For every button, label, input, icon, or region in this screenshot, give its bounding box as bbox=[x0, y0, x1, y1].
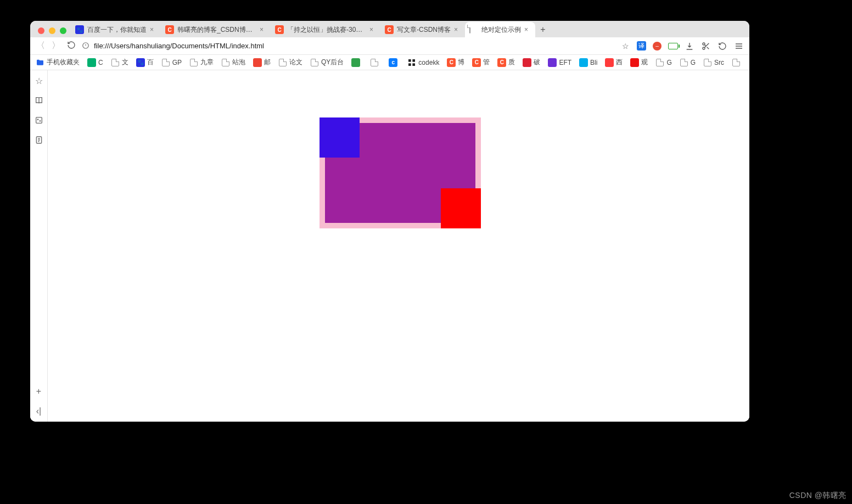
bookmark-item[interactable]: 西 bbox=[605, 58, 623, 67]
folder-icon bbox=[36, 58, 44, 67]
reading-list-icon[interactable] bbox=[34, 96, 44, 105]
favorites-icon[interactable]: ☆ bbox=[34, 76, 44, 86]
scissors-icon[interactable] bbox=[701, 41, 711, 51]
site-icon bbox=[548, 58, 557, 67]
bookmark-item[interactable]: 论文 bbox=[278, 58, 302, 67]
undo-icon[interactable] bbox=[718, 41, 727, 51]
bookmark-label: 西 bbox=[616, 58, 623, 67]
site-info-icon[interactable] bbox=[82, 42, 91, 51]
demo-red-box bbox=[441, 188, 481, 228]
close-tab-icon[interactable]: × bbox=[524, 26, 531, 33]
browser-tab[interactable]: C写文章-CSDN博客× bbox=[380, 22, 465, 37]
bookmark-item[interactable]: 九章 bbox=[189, 58, 214, 67]
bookmark-label: 九章 bbox=[200, 58, 214, 67]
battery-icon bbox=[668, 41, 678, 51]
bookmark-label: Bli bbox=[590, 59, 597, 66]
bookmark-item[interactable]: C质 bbox=[497, 58, 515, 67]
bookmark-item[interactable]: Bli bbox=[579, 58, 597, 67]
bookmark-item[interactable]: codekk bbox=[407, 58, 439, 67]
add-panel-icon[interactable]: + bbox=[34, 387, 44, 396]
site-icon bbox=[523, 58, 531, 67]
svg-rect-5 bbox=[408, 63, 411, 66]
csdn-icon: C bbox=[165, 25, 174, 34]
bookmark-label: 管 bbox=[483, 58, 490, 67]
close-window-button[interactable] bbox=[38, 27, 44, 34]
collapse-panel-icon[interactable]: ‹| bbox=[34, 406, 44, 416]
reload-button[interactable] bbox=[66, 41, 76, 52]
bookmark-item[interactable]: 破 bbox=[523, 58, 540, 67]
back-button[interactable]: 〈 bbox=[36, 40, 46, 52]
bookmark-item[interactable]: C管 bbox=[472, 58, 490, 67]
baidu-icon: 🐾 bbox=[75, 25, 84, 34]
bookmark-item[interactable]: 文 bbox=[111, 58, 128, 67]
bookmark-label: Src bbox=[714, 59, 724, 66]
browser-tab[interactable]: C「持之以恒」挑战赛-30天技× bbox=[271, 22, 380, 37]
bookmark-item[interactable]: 邮 bbox=[253, 58, 271, 67]
tab-title: 绝对定位示例 bbox=[481, 25, 521, 35]
history-icon[interactable] bbox=[34, 115, 44, 125]
site-icon bbox=[630, 58, 639, 67]
notes-icon[interactable] bbox=[34, 135, 44, 145]
svg-rect-6 bbox=[413, 63, 416, 66]
bookmark-item[interactable]: 站泡 bbox=[221, 58, 245, 67]
close-tab-icon[interactable]: × bbox=[150, 26, 156, 33]
site-icon bbox=[579, 58, 588, 67]
bookmark-item[interactable]: 观 bbox=[630, 58, 648, 67]
bookmark-item[interactable]: c bbox=[389, 58, 400, 67]
download-icon[interactable] bbox=[685, 41, 694, 51]
menu-icon[interactable] bbox=[734, 41, 744, 51]
bookmark-label: C bbox=[98, 59, 103, 66]
svg-point-2 bbox=[703, 47, 705, 49]
bookmark-label: 邮 bbox=[264, 58, 271, 67]
bookmark-item[interactable] bbox=[732, 58, 743, 67]
bookmark-item[interactable]: G bbox=[655, 58, 671, 67]
bookmark-star-icon[interactable]: ☆ bbox=[620, 41, 630, 51]
page-icon bbox=[732, 58, 741, 67]
csdn-icon: C bbox=[497, 58, 506, 67]
bookmark-item[interactable]: 🐾百 bbox=[136, 58, 154, 67]
bookmark-item[interactable]: G bbox=[680, 58, 696, 67]
window-controls bbox=[36, 27, 71, 37]
url-field[interactable]: file:///Users/hanshuliang/Documents/HTML… bbox=[82, 42, 615, 51]
minimize-window-button[interactable] bbox=[49, 27, 55, 34]
page-icon bbox=[370, 58, 379, 67]
site-icon bbox=[605, 58, 614, 67]
bookmark-item[interactable]: QY后台 bbox=[310, 58, 344, 67]
toolbar-right: ☆ 译 – bbox=[620, 41, 744, 51]
forward-button[interactable]: 〉 bbox=[51, 40, 61, 52]
block-icon[interactable]: – bbox=[653, 42, 662, 51]
bookmark-item[interactable]: EFT bbox=[548, 58, 571, 67]
browser-tab[interactable]: 绝对定位示例× bbox=[465, 22, 535, 37]
svg-point-9 bbox=[40, 121, 40, 121]
tab-title: 百度一下，你就知道 bbox=[87, 25, 147, 35]
bookmark-item[interactable]: C bbox=[87, 58, 103, 67]
new-tab-button[interactable]: + bbox=[535, 22, 551, 37]
bookmark-bar: 手机收藏夹C文🐾百GP九章站泡邮论文QY后台ccodekkC博C管C质破EFTB… bbox=[30, 55, 749, 70]
svg-point-8 bbox=[37, 119, 38, 120]
maximize-window-button[interactable] bbox=[60, 27, 66, 34]
page-icon bbox=[655, 58, 664, 67]
browser-tab[interactable]: 🐾百度一下，你就知道× bbox=[71, 22, 161, 37]
close-tab-icon[interactable]: × bbox=[454, 26, 461, 33]
bookmark-item[interactable] bbox=[370, 58, 381, 67]
bookmark-item[interactable]: Src bbox=[703, 58, 724, 67]
bookmark-label: codekk bbox=[418, 59, 439, 66]
close-tab-icon[interactable]: × bbox=[260, 26, 266, 33]
demo-blue-box bbox=[320, 117, 360, 158]
translate-button[interactable]: 译 bbox=[637, 41, 646, 51]
bookmark-item[interactable]: GP bbox=[161, 58, 182, 67]
page-icon bbox=[111, 58, 120, 67]
bookmark-label: G bbox=[666, 59, 671, 66]
bookmark-item[interactable]: 手机收藏夹 bbox=[36, 58, 80, 67]
svg-rect-4 bbox=[413, 59, 416, 62]
csdn-icon: C bbox=[472, 58, 481, 67]
page-viewport bbox=[48, 70, 749, 422]
bookmark-label: 质 bbox=[508, 58, 515, 67]
browser-tab[interactable]: C韩曙亮的博客_CSDN博客-领× bbox=[161, 22, 271, 37]
bookmark-item[interactable] bbox=[351, 58, 362, 67]
tab-strip: 🐾百度一下，你就知道×C韩曙亮的博客_CSDN博客-领×C「持之以恒」挑战赛-3… bbox=[30, 21, 749, 37]
bookmark-label: EFT bbox=[559, 59, 571, 66]
tab-title: 韩曙亮的博客_CSDN博客-领 bbox=[177, 25, 256, 35]
close-tab-icon[interactable]: × bbox=[369, 26, 376, 33]
bookmark-item[interactable]: C博 bbox=[447, 58, 464, 67]
